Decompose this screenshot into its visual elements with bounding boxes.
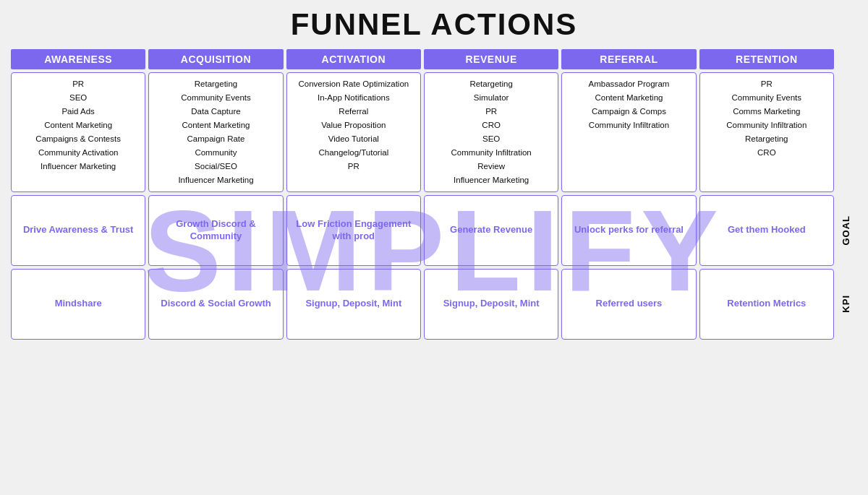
action-item: Community Infiltration — [429, 147, 553, 158]
goal-box-retention: Get them Hooked — [699, 195, 834, 266]
action-item: Conversion Rate Optimization — [292, 79, 416, 90]
action-item: PR — [16, 79, 140, 90]
action-item: Community Events — [705, 92, 829, 103]
column-revenue: REVENUERetargetingSimulatorPRCROSEOCommu… — [424, 49, 558, 340]
action-item: PR — [705, 79, 829, 90]
action-item: Retargeting — [705, 134, 829, 145]
column-referral: REFERRALAmbassador ProgramContent Market… — [561, 49, 696, 340]
action-item: Paid Ads — [16, 106, 140, 117]
column-acquisition: ACQUISITIONRetargetingCommunity EventsDa… — [148, 49, 283, 340]
col-actions-acquisition: RetargetingCommunity EventsData CaptureC… — [148, 72, 283, 192]
goal-label-text: GOAL — [841, 215, 851, 246]
goal-box-revenue: Generate Revenue — [424, 195, 558, 266]
action-item: Influencer Marketing — [16, 161, 140, 172]
goal-box-referral: Unlock perks for referral — [561, 195, 696, 266]
action-item: PR — [292, 161, 416, 172]
kpi-box-activation: Signup, Deposit, Mint — [286, 269, 421, 340]
action-item: Simulator — [429, 92, 553, 103]
action-item: Ambassador Program — [566, 79, 691, 90]
kpi-box-referral: Referred users — [561, 269, 696, 340]
column-activation: ACTIVATIONConversion Rate OptimizationIn… — [286, 49, 421, 340]
kpi-box-retention: Retention Metrics — [699, 269, 834, 340]
side-spacer-actions — [834, 73, 857, 192]
col-header-acquisition: ACQUISITION — [148, 49, 283, 69]
action-item: CRO — [429, 120, 553, 131]
col-actions-awareness: PRSEOPaid AdsContent MarketingCampaigns … — [11, 72, 145, 192]
action-item: PR — [429, 106, 553, 117]
kpi-box-acquisition: Discord & Social Growth — [148, 269, 283, 340]
col-actions-activation: Conversion Rate OptimizationIn-App Notif… — [286, 72, 421, 192]
goal-side-label: GOAL — [834, 195, 857, 266]
action-item: CRO — [705, 147, 829, 158]
column-retention: RETENTIONPRCommunity EventsComms Marketi… — [699, 49, 834, 340]
col-header-awareness: AWARENESS — [11, 49, 145, 69]
kpi-label-text: KPI — [841, 295, 851, 313]
col-header-retention: RETENTION — [699, 49, 834, 69]
col-header-referral: REFERRAL — [561, 49, 696, 69]
side-spacer-header — [834, 49, 857, 70]
action-item: Value Proposition — [292, 120, 416, 131]
action-item: Campaigns & Contests — [16, 134, 140, 145]
action-item: Data Capture — [153, 106, 278, 117]
action-item: Community — [153, 147, 278, 158]
col-header-activation: ACTIVATION — [286, 49, 421, 69]
columns-area: AWARENESSPRSEOPaid AdsContent MarketingC… — [11, 49, 834, 340]
action-item: Campaign Rate — [153, 134, 278, 145]
action-item: Retargeting — [429, 79, 553, 90]
action-item: Referral — [292, 106, 416, 117]
action-item: Campaign & Comps — [566, 106, 691, 117]
action-item: Review — [429, 161, 553, 172]
kpi-box-awareness: Mindshare — [11, 269, 145, 340]
goal-box-acquisition: Growth Discord & Community — [148, 195, 283, 266]
action-item: Community Infiltration — [566, 120, 691, 131]
action-item: Content Marketing — [16, 120, 140, 131]
goal-box-awareness: Drive Awareness & Trust — [11, 195, 145, 266]
action-item: Video Tutorial — [292, 134, 416, 145]
goal-box-activation: Low Friction Engagement with prod — [286, 195, 421, 266]
funnel-table: AWARENESSPRSEOPaid AdsContent MarketingC… — [11, 49, 857, 340]
action-item: SEO — [429, 134, 553, 145]
action-item: Community Activation — [16, 147, 140, 158]
column-awareness: AWARENESSPRSEOPaid AdsContent MarketingC… — [11, 49, 145, 340]
action-item: Community Infiltration — [705, 120, 829, 131]
action-item: Content Marketing — [566, 92, 691, 103]
col-actions-revenue: RetargetingSimulatorPRCROSEOCommunity In… — [424, 72, 558, 192]
action-item: Influencer Marketing — [153, 175, 278, 186]
kpi-side-label: KPI — [834, 269, 857, 340]
action-item: Retargeting — [153, 79, 278, 90]
kpi-box-revenue: Signup, Deposit, Mint — [424, 269, 558, 340]
page-title: FUNNEL ACTIONS — [11, 7, 857, 42]
action-item: Community Events — [153, 92, 278, 103]
col-actions-referral: Ambassador ProgramContent MarketingCampa… — [561, 72, 696, 192]
action-item: Changelog/Tutorial — [292, 147, 416, 158]
col-actions-retention: PRCommunity EventsComms MarketingCommuni… — [699, 72, 834, 192]
action-item: Comms Marketing — [705, 106, 829, 117]
action-item: Social/SEO — [153, 161, 278, 172]
action-item: In-App Notifications — [292, 92, 416, 103]
action-item: SEO — [16, 92, 140, 103]
side-labels-col: GOALKPI — [834, 49, 857, 340]
page-wrapper: FUNNEL ACTIONS SIMPLIFY AWARENESSPRSEOPa… — [0, 0, 868, 495]
action-item: Content Marketing — [153, 120, 278, 131]
action-item: Influencer Marketing — [429, 175, 553, 186]
col-header-revenue: REVENUE — [424, 49, 558, 69]
